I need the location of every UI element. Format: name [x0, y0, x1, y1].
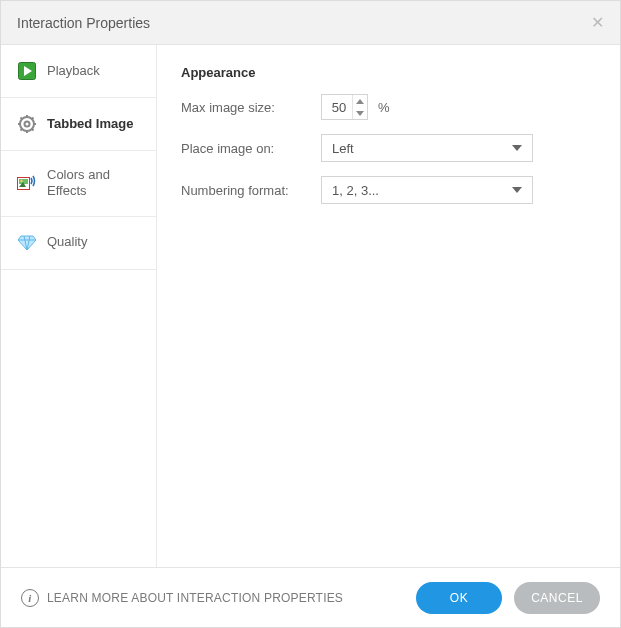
learn-more-link[interactable]: i LEARN MORE ABOUT INTERACTION PROPERTIE… — [21, 589, 343, 607]
dialog-title: Interaction Properties — [17, 15, 150, 31]
sidebar-item-playback[interactable]: Playback — [1, 45, 156, 98]
svg-point-3 — [25, 122, 30, 127]
place-image-label: Place image on: — [181, 141, 321, 156]
sidebar-item-label: Quality — [47, 234, 87, 250]
diamond-icon — [17, 233, 37, 253]
section-title-appearance: Appearance — [181, 65, 596, 80]
max-image-size-stepper[interactable] — [321, 94, 368, 120]
svg-marker-21 — [356, 111, 364, 116]
stepper-down-icon[interactable] — [353, 107, 367, 119]
stepper-up-icon[interactable] — [353, 95, 367, 107]
svg-point-14 — [20, 180, 22, 182]
place-image-value: Left — [332, 141, 354, 156]
max-image-size-unit: % — [378, 100, 390, 115]
svg-line-10 — [32, 118, 34, 120]
place-image-select[interactable]: Left — [321, 134, 533, 162]
sidebar-item-label: Colors and Effects — [47, 167, 140, 200]
dialog-body: Playback Tabbed Image — [1, 45, 620, 567]
numbering-format-select[interactable]: 1, 2, 3... — [321, 176, 533, 204]
gear-icon — [17, 114, 37, 134]
title-bar: Interaction Properties ✕ — [1, 1, 620, 45]
svg-line-11 — [21, 129, 23, 131]
sidebar-item-colors-effects[interactable]: Colors and Effects — [1, 151, 156, 217]
max-image-size-label: Max image size: — [181, 100, 321, 115]
info-icon: i — [21, 589, 39, 607]
content-panel: Appearance Max image size: % Place image… — [157, 45, 620, 567]
play-icon — [17, 61, 37, 81]
footer: i LEARN MORE ABOUT INTERACTION PROPERTIE… — [1, 567, 620, 627]
numbering-format-label: Numbering format: — [181, 183, 321, 198]
sidebar-item-label: Tabbed Image — [47, 116, 133, 132]
field-place-image: Place image on: Left — [181, 134, 596, 162]
chevron-down-icon — [512, 187, 522, 193]
sidebar-item-quality[interactable]: Quality — [1, 217, 156, 270]
svg-marker-22 — [512, 145, 522, 151]
image-sound-icon — [17, 173, 37, 193]
max-image-size-input[interactable] — [322, 95, 352, 119]
chevron-down-icon — [512, 145, 522, 151]
numbering-format-value: 1, 2, 3... — [332, 183, 379, 198]
sidebar-item-label: Playback — [47, 63, 100, 79]
svg-marker-23 — [512, 187, 522, 193]
svg-marker-20 — [356, 99, 364, 104]
svg-line-9 — [32, 129, 34, 131]
ok-button[interactable]: OK — [416, 582, 502, 614]
sidebar: Playback Tabbed Image — [1, 45, 157, 567]
svg-line-8 — [21, 118, 23, 120]
close-icon[interactable]: ✕ — [591, 13, 604, 32]
field-numbering-format: Numbering format: 1, 2, 3... — [181, 176, 596, 204]
cancel-button[interactable]: CANCEL — [514, 582, 600, 614]
sidebar-item-tabbed-image[interactable]: Tabbed Image — [1, 98, 156, 151]
field-max-image-size: Max image size: % — [181, 94, 596, 120]
learn-more-text: LEARN MORE ABOUT INTERACTION PROPERTIES — [47, 591, 343, 605]
